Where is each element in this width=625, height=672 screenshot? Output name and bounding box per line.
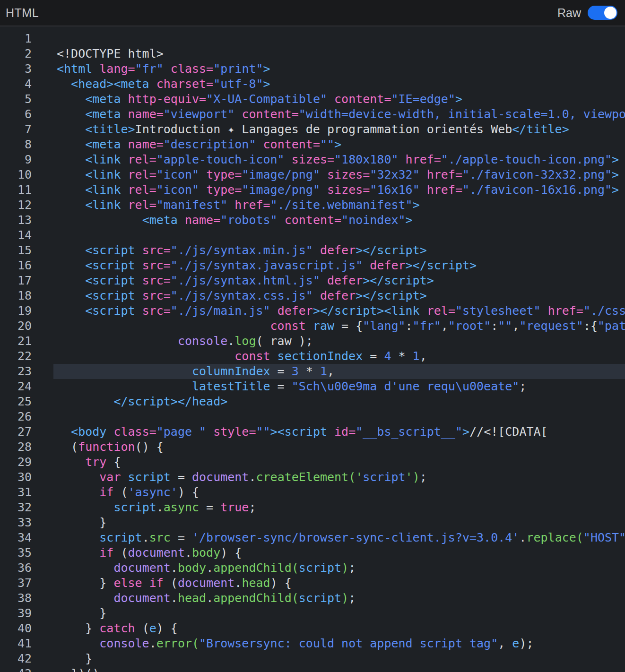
toggle-knob-icon xyxy=(604,7,616,19)
code-line: 36 document.body.appendChild(script); xyxy=(0,560,625,576)
line-number: 42 xyxy=(0,651,53,666)
code-line: 4 <head><meta charset="utf-8"> xyxy=(0,77,625,92)
line-content: <link rel="apple-touch-icon" sizes="180x… xyxy=(53,152,625,167)
code-line: 11 <link rel="icon" type="image/png" siz… xyxy=(0,182,625,198)
line-number: 40 xyxy=(0,621,53,636)
line-number: 28 xyxy=(0,439,53,455)
line-content: console.error("Browsersync: could not ap… xyxy=(53,636,625,651)
line-number: 8 xyxy=(0,137,53,152)
code-line: 31 if ('async') { xyxy=(0,485,625,500)
line-number: 11 xyxy=(0,182,53,198)
code-line: 34 script.src = '/browser-sync/browser-s… xyxy=(0,530,625,545)
line-content: <script src="./js/syntax.html.js" defer>… xyxy=(53,273,625,288)
code-line: 6 <meta name="viewport" content="width=d… xyxy=(0,107,625,122)
line-content: script.src = '/browser-sync/browser-sync… xyxy=(53,530,625,545)
line-number: 10 xyxy=(0,167,53,182)
line-content: } xyxy=(53,515,625,530)
line-content: </script></head> xyxy=(53,394,625,409)
line-content: (function() { xyxy=(53,439,625,455)
code-line: 7 <title>Introduction ✦ Langages de prog… xyxy=(0,122,625,137)
code-viewer[interactable]: 12<!DOCTYPE html>3<html lang="fr" class=… xyxy=(0,26,625,672)
code-line: 28 (function() { xyxy=(0,439,625,455)
line-number: 18 xyxy=(0,288,53,303)
line-content: <html lang="fr" class="print"> xyxy=(53,61,625,77)
line-content: script.async = true; xyxy=(53,500,625,515)
line-content: <script src="./js/syntax.javascript.js" … xyxy=(53,258,625,273)
line-number: 29 xyxy=(0,455,53,470)
code-line: 26 xyxy=(0,409,625,424)
code-line: 39 } xyxy=(0,606,625,621)
line-number: 3 xyxy=(0,61,53,77)
code-line: 17 <script src="./js/syntax.html.js" def… xyxy=(0,273,625,288)
code-line: 25 </script></head> xyxy=(0,394,625,409)
line-content: <title>Introduction ✦ Langages de progra… xyxy=(53,122,625,137)
line-content xyxy=(53,409,625,424)
line-number: 19 xyxy=(0,303,53,319)
line-content: })() xyxy=(53,666,625,672)
line-number: 1 xyxy=(0,31,53,46)
code-line: 18 <script src="./js/syntax.css.js" defe… xyxy=(0,288,625,303)
code-line: 42 } xyxy=(0,651,625,666)
code-line: 30 var script = document.createElement('… xyxy=(0,470,625,485)
line-number: 5 xyxy=(0,92,53,107)
line-content: if (document.body) { xyxy=(53,545,625,560)
line-content: <script src="./js/syntax.min.js" defer><… xyxy=(53,243,625,258)
raw-toggle-switch[interactable] xyxy=(588,6,617,20)
line-content: try { xyxy=(53,455,625,470)
code-line: 35 if (document.body) { xyxy=(0,545,625,560)
line-number: 23 xyxy=(0,364,53,379)
code-rows: 12<!DOCTYPE html>3<html lang="fr" class=… xyxy=(0,31,625,672)
line-content: document.head.appendChild(script); xyxy=(53,591,625,606)
raw-toggle-group: Raw xyxy=(557,6,617,20)
code-line: 29 try { xyxy=(0,455,625,470)
line-content: if ('async') { xyxy=(53,485,625,500)
line-content: <head><meta charset="utf-8"> xyxy=(53,77,625,92)
line-number: 37 xyxy=(0,576,53,591)
line-number: 36 xyxy=(0,560,53,576)
line-content xyxy=(53,31,625,46)
line-number: 27 xyxy=(0,424,53,439)
code-line: 2<!DOCTYPE html> xyxy=(0,46,625,61)
code-line: 43 })() xyxy=(0,666,625,672)
titlebar: HTML Raw xyxy=(0,0,625,26)
code-line: 13 <meta name="robots" content="noindex"… xyxy=(0,213,625,228)
line-content: <meta name="robots" content="noindex"> xyxy=(53,213,625,228)
line-content: <body class="page " style=""><script id=… xyxy=(53,424,625,439)
code-line: 24 latestTitle = "Sch\u00e9ma d'une requ… xyxy=(0,379,625,394)
line-content: <link rel="icon" type="image/png" sizes=… xyxy=(53,167,625,182)
code-line: 33 } xyxy=(0,515,625,530)
line-number: 4 xyxy=(0,77,53,92)
code-line: 21 console.log( raw ); xyxy=(0,334,625,349)
line-number: 13 xyxy=(0,213,53,228)
line-content: const raw = {"lang":"fr","root":"","requ… xyxy=(53,319,625,334)
line-content: <meta name="description" content=""> xyxy=(53,137,625,152)
line-number: 43 xyxy=(0,666,53,672)
line-content: latestTitle = "Sch\u00e9ma d'une requ\u0… xyxy=(53,379,625,394)
line-content: } xyxy=(53,651,625,666)
line-content: <link rel="manifest" href="./site.webman… xyxy=(53,198,625,213)
code-line: 22 const sectionIndex = 4 * 1, xyxy=(0,349,625,364)
code-line: 40 } catch (e) { xyxy=(0,621,625,636)
source-viewer-panel: HTML Raw 12<!DOCTYPE html>3<html lang="f… xyxy=(0,0,625,672)
code-line: 8 <meta name="description" content=""> xyxy=(0,137,625,152)
line-number: 34 xyxy=(0,530,53,545)
code-line: 19 <script src="./js/main.js" defer></sc… xyxy=(0,303,625,319)
line-number: 24 xyxy=(0,379,53,394)
line-content: document.body.appendChild(script); xyxy=(53,560,625,576)
code-line: 5 <meta http-equiv="X-UA-Compatible" con… xyxy=(0,92,625,107)
line-content: } xyxy=(53,606,625,621)
code-line: 20 const raw = {"lang":"fr","root":"","r… xyxy=(0,319,625,334)
code-line: 16 <script src="./js/syntax.javascript.j… xyxy=(0,258,625,273)
line-content: <link rel="icon" type="image/png" sizes=… xyxy=(53,182,625,198)
code-line: 1 xyxy=(0,31,625,46)
line-content: <script src="./js/main.js" defer></scrip… xyxy=(53,303,625,319)
line-number: 14 xyxy=(0,228,53,243)
line-content: <meta http-equiv="X-UA-Compatible" conte… xyxy=(53,92,625,107)
line-number: 22 xyxy=(0,349,53,364)
line-number: 17 xyxy=(0,273,53,288)
code-line: 41 console.error("Browsersync: could not… xyxy=(0,636,625,651)
line-content: <script src="./js/syntax.css.js" defer><… xyxy=(53,288,625,303)
code-line: 15 <script src="./js/syntax.min.js" defe… xyxy=(0,243,625,258)
line-number: 30 xyxy=(0,470,53,485)
line-content: <meta name="viewport" content="width=dev… xyxy=(53,107,625,122)
